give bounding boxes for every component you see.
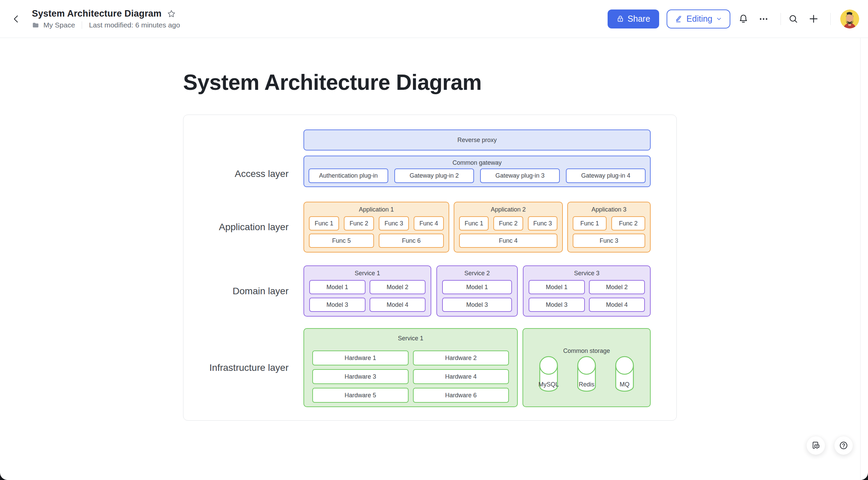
page-title: System Architecture Diagram (183, 70, 481, 95)
help-icon (839, 441, 848, 450)
node-model[interactable]: Model 1 (442, 280, 512, 294)
share-label: Share (628, 14, 650, 24)
topbar: System Architecture Diagram My Space Las… (0, 0, 868, 38)
breadcrumb-location[interactable]: My Space (43, 21, 75, 29)
node-model[interactable]: Model 3 (442, 298, 512, 312)
application-2-title: Application 2 (459, 205, 557, 214)
doc-comment-icon (811, 441, 821, 450)
common-gateway-title: Common gateway (309, 159, 646, 167)
node-hardware[interactable]: Hardware 4 (413, 369, 509, 384)
node-hardware[interactable]: Hardware 5 (312, 388, 409, 403)
ellipsis-icon (758, 14, 769, 24)
search-icon (788, 14, 798, 24)
database-label: Redis (579, 381, 594, 388)
node-service-1[interactable]: Service 1 Model 1 Model 2 Model 3 Model … (303, 265, 431, 317)
node-hardware[interactable]: Hardware 2 (413, 351, 509, 365)
node-func[interactable]: Func 1 (459, 216, 489, 231)
node-gateway-plugin-1[interactable]: Authentication plug-in (309, 168, 388, 183)
access-layer-row: Access layer Reverse proxy Common gatewa… (183, 129, 676, 187)
topbar-right: Share Editing (608, 9, 859, 28)
service-2-title: Service 2 (442, 268, 512, 278)
floating-buttons (806, 436, 853, 455)
app-window: System Architecture Diagram My Space Las… (0, 0, 868, 480)
editing-label: Editing (687, 14, 712, 24)
toolbar-divider (781, 13, 781, 25)
node-func[interactable]: Func 6 (379, 234, 444, 248)
layer-label-access: Access layer (183, 129, 303, 187)
node-model[interactable]: Model 3 (529, 298, 585, 312)
feedback-button[interactable] (806, 436, 825, 455)
chevron-left-icon (12, 14, 21, 24)
node-model[interactable]: Model 2 (370, 280, 426, 294)
node-func[interactable]: Func 2 (344, 216, 374, 231)
database-cylinder-mq[interactable]: MQ (610, 355, 639, 395)
node-reverse-proxy[interactable]: Reverse proxy (303, 129, 651, 151)
node-func[interactable]: Func 4 (459, 234, 557, 248)
topbar-left: System Architecture Diagram My Space Las… (9, 8, 180, 29)
create-button[interactable] (806, 12, 821, 26)
more-button[interactable] (756, 12, 771, 26)
node-application-1[interactable]: Application 1 Func 1 Func 2 Func 3 Func … (303, 202, 449, 253)
infrastructure-layer-row: Infrastructure layer Service 1 Hardware … (183, 328, 676, 407)
back-button[interactable] (9, 12, 23, 26)
scrollbar-track[interactable] (860, 38, 861, 480)
node-infra-service-1[interactable]: Service 1 Hardware 1 Hardware 2 Hardware… (303, 328, 518, 407)
avatar[interactable] (840, 9, 859, 28)
database-label: MySQL (538, 381, 559, 388)
star-icon[interactable] (167, 9, 176, 18)
node-hardware[interactable]: Hardware 6 (413, 388, 509, 403)
node-func[interactable]: Func 3 (528, 216, 557, 231)
node-func[interactable]: Func 2 (493, 216, 523, 231)
share-button[interactable]: Share (608, 9, 659, 28)
diagram-canvas[interactable]: Access layer Reverse proxy Common gatewa… (183, 115, 677, 421)
help-button[interactable] (834, 436, 853, 455)
node-func[interactable]: Func 4 (414, 216, 444, 231)
application-3-title: Application 3 (573, 205, 645, 214)
node-model[interactable]: Model 4 (589, 298, 645, 312)
notifications-button[interactable] (736, 12, 751, 26)
layer-label-infrastructure: Infrastructure layer (183, 328, 303, 407)
node-func[interactable]: Func 1 (573, 216, 607, 231)
service-3-title: Service 3 (529, 268, 645, 278)
node-model[interactable]: Model 1 (309, 280, 366, 294)
application-1-title: Application 1 (309, 205, 444, 214)
lock-icon (616, 15, 624, 23)
node-common-storage[interactable]: Common storage MySQL Redis (522, 328, 651, 407)
node-model[interactable]: Model 4 (370, 298, 426, 312)
database-cylinder-redis[interactable]: Redis (572, 355, 601, 395)
node-gateway-plugin-4[interactable]: Gateway plug-in 4 (566, 168, 646, 183)
node-gateway-plugin-3[interactable]: Gateway plug-in 3 (480, 168, 560, 183)
avatar-image (840, 9, 859, 28)
node-func[interactable]: Func 5 (309, 234, 374, 248)
last-modified-text: Last modified: 6 minutes ago (89, 21, 180, 29)
node-model[interactable]: Model 2 (589, 280, 645, 294)
meta-divider (82, 21, 82, 29)
document-meta: System Architecture Diagram My Space Las… (32, 8, 180, 29)
infra-service-title: Service 1 (312, 332, 509, 345)
node-application-2[interactable]: Application 2 Func 1 Func 2 Func 3 Func … (454, 202, 563, 253)
node-func[interactable]: Func 2 (611, 216, 645, 231)
database-cylinder-mysql[interactable]: MySQL (534, 355, 563, 395)
node-func[interactable]: Func 3 (573, 234, 645, 248)
node-gateway-plugin-2[interactable]: Gateway plug-in 2 (394, 168, 474, 183)
node-hardware[interactable]: Hardware 1 (312, 351, 409, 365)
node-application-3[interactable]: Application 3 Func 1 Func 2 Func 3 (567, 202, 651, 253)
node-func[interactable]: Func 1 (309, 216, 339, 231)
plus-icon (808, 13, 819, 24)
chevron-down-icon (716, 16, 722, 22)
node-model[interactable]: Model 1 (529, 280, 585, 294)
node-func[interactable]: Func 3 (379, 216, 409, 231)
common-storage-title: Common storage (523, 346, 650, 355)
toolbar-divider-2 (830, 13, 831, 25)
folder-icon (32, 21, 39, 29)
editing-mode-button[interactable]: Editing (667, 9, 730, 28)
node-hardware[interactable]: Hardware 3 (312, 369, 409, 384)
node-model[interactable]: Model 3 (309, 298, 366, 312)
node-service-3[interactable]: Service 3 Model 1 Model 2 Model 3 Model … (523, 265, 651, 317)
document-title[interactable]: System Architecture Diagram (32, 8, 162, 19)
node-common-gateway[interactable]: Common gateway Authentication plug-in Ga… (303, 156, 651, 187)
node-service-2[interactable]: Service 2 Model 1 Model 3 (436, 265, 518, 317)
application-layer-row: Application layer Application 1 Func 1 F… (183, 202, 676, 253)
pencil-icon (675, 15, 683, 23)
search-button[interactable] (786, 12, 801, 26)
